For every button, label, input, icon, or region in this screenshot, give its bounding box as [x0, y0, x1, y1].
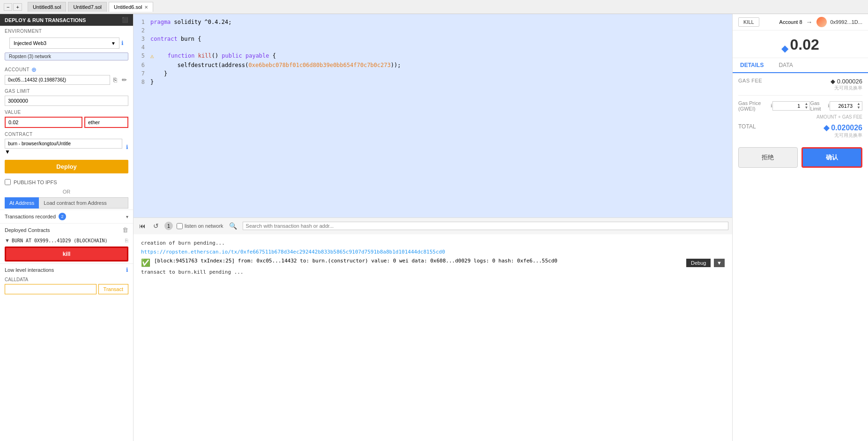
bottom-bar: ⏮ ↺ 1 listen on network 🔍 — [134, 217, 732, 234]
count-badge: 1 — [164, 222, 173, 230]
gas-limit-down[interactable]: ▼ — [856, 106, 861, 110]
gas-price-spinner: ▲ ▼ — [803, 102, 809, 110]
calldata-label: CALLDATA — [0, 276, 133, 283]
value-row: wei gwei finney ether — [0, 116, 133, 129]
load-contract-button[interactable]: Load contract from Address — [39, 197, 128, 209]
gas-fee-label: GAS FEE — [738, 78, 762, 83]
debug-area: Debug ▼ — [686, 259, 725, 267]
gas-price-row: Gas Price (GWEI) ℹ ▲ ▼ Gas Limit ℹ ▲ ▼ — [733, 98, 868, 113]
info-icon[interactable]: ℹ — [121, 40, 124, 46]
network-badge: Ropsten (3) network — [5, 52, 128, 60]
confirm-button[interactable]: 确认 — [801, 147, 863, 168]
transact-button[interactable]: Transact — [98, 284, 128, 294]
total-label: TOTAL — [738, 123, 756, 130]
gas-price-down[interactable]: ▼ — [803, 106, 809, 110]
metamask-actions: 拒绝 确认 — [733, 142, 868, 173]
search-input[interactable] — [246, 223, 725, 229]
console-creation-msg: creation of burn pending... — [141, 240, 725, 246]
code-line: 6 selfdestruct(address(0xe6bebc078bf01c0… — [135, 61, 730, 69]
divider — [738, 95, 862, 96]
success-icon: ✅ — [141, 258, 150, 267]
contract-instance-name: BURN AT 0X999...41D29 (BLOCKCHAIN) — [12, 238, 108, 243]
gas-fee-value: ◆ 0.000026 无可用兑换率 — [831, 78, 862, 91]
publish-label: PUBLISH TO IPFS — [14, 179, 57, 185]
console-tx-link[interactable]: https://ropsten.etherscan.io/tx/0xfe6675… — [141, 249, 725, 255]
amount-fee-label: AMOUNT + GAS FEE — [733, 113, 868, 120]
collapse-icon[interactable]: ▼ — [5, 238, 10, 243]
value-unit-select[interactable]: wei gwei finney ether — [85, 118, 127, 127]
environment-label: ENVIRONMENT — [0, 26, 133, 35]
console-success-row: ✅ [block:9451763 txIndex:25] from: 0xc05… — [141, 258, 725, 267]
metamask-panel: KILL Account 8 → 0x9992...1D... ◆ 0.02 D… — [732, 14, 868, 441]
account-select[interactable]: 0xc05...14432 (0.1988736ξ) — [5, 75, 110, 85]
chevron-icon: ▾ — [126, 214, 128, 219]
top-bar: − + Untitled8.sol Untitled7.sol Untitled… — [0, 0, 868, 14]
trash-icon[interactable]: 🗑 — [122, 226, 128, 233]
code-line: 1pragma solidity ^0.4.24; — [135, 18, 730, 26]
reject-button[interactable]: 拒绝 — [738, 147, 798, 168]
environment-select[interactable]: Injected Web3 — [9, 37, 119, 49]
avatar — [816, 17, 827, 27]
contract-info-icon[interactable]: ℹ — [126, 144, 128, 150]
listen-network-label: listen on network — [177, 223, 223, 229]
panel-icon[interactable]: ⬛ — [122, 17, 128, 23]
metamask-tabs: DETAILS DATA — [733, 58, 868, 73]
deploy-button[interactable]: Deploy — [5, 160, 128, 173]
transaction-amount: ◆ 0.02 — [733, 30, 868, 58]
chevron-down-icon: ▼ — [5, 149, 10, 155]
code-editor[interactable]: 1pragma solidity ^0.4.24; 2 3contract bu… — [134, 14, 732, 217]
panel-header: DEPLOY & RUN TRANSACTIONS ⬛ — [0, 14, 133, 26]
at-address-button[interactable]: At Address — [5, 197, 39, 209]
code-line: 8} — [135, 78, 730, 86]
gas-limit-input[interactable] — [5, 96, 128, 106]
copy-account-button[interactable]: ⎘ — [112, 76, 119, 84]
debug-button[interactable]: Debug — [686, 259, 711, 267]
calldata-input[interactable] — [5, 284, 96, 294]
tab-untitled8[interactable]: Untitled8.sol — [28, 2, 67, 12]
or-divider: OR — [0, 187, 133, 196]
kill-top-button[interactable]: KILL — [738, 17, 759, 27]
gas-limit-spinner: ▲ ▼ — [856, 102, 861, 110]
deployed-contracts-label: Deployed Contracts — [5, 227, 50, 233]
tab-data[interactable]: DATA — [771, 58, 800, 73]
tab-details[interactable]: DETAILS — [733, 58, 771, 73]
left-panel: DEPLOY & RUN TRANSACTIONS ⬛ ENVIRONMENT … — [0, 14, 134, 441]
listen-network-checkbox[interactable] — [177, 223, 183, 229]
zoom-in-button[interactable]: + — [13, 3, 22, 11]
refresh-button[interactable]: ↺ — [151, 221, 161, 231]
add-account-icon[interactable]: ⊕ — [31, 66, 37, 73]
zoom-out-button[interactable]: − — [4, 3, 12, 11]
code-line: 7 } — [135, 69, 730, 78]
amount-value: 0.02 — [790, 36, 819, 53]
calldata-row: Transact — [0, 283, 133, 295]
tab-untitled6[interactable]: Untitled6.sol ✕ — [109, 2, 153, 12]
debug-expand-button[interactable]: ▼ — [714, 259, 725, 267]
contract-select[interactable]: burn - browser/kongtou/Untitle — [5, 139, 122, 149]
tab-untitled7[interactable]: Untitled7.sol — [68, 2, 107, 12]
code-line: 4 — [135, 43, 730, 52]
kill-button[interactable]: kill — [5, 247, 128, 262]
deployed-contracts-row[interactable]: Deployed Contracts 🗑 — [0, 223, 133, 236]
code-line: 2 — [135, 26, 730, 35]
transactions-badge: 2 — [59, 213, 66, 220]
low-level-info-icon[interactable]: ℹ — [126, 267, 128, 273]
account-label: ACCOUNT ⊕ — [0, 63, 133, 74]
close-icon[interactable]: ✕ — [144, 5, 148, 10]
value-input[interactable] — [6, 118, 82, 127]
gas-fee-row: GAS FEE ◆ 0.000026 无可用兑换率 — [733, 73, 868, 92]
search-icon[interactable]: 🔍 — [227, 221, 239, 231]
contract-instance-row: ▼ BURN AT 0X999...41D29 (BLOCKCHAIN) ⎘ — [0, 236, 133, 245]
publish-checkbox[interactable] — [5, 179, 11, 185]
transactions-label: Transactions recorded 2 — [5, 213, 66, 220]
edit-account-button[interactable]: ✏ — [120, 76, 128, 84]
etherscan-link[interactable]: https://ropsten.etherscan.io/tx/0xfe6675… — [141, 249, 445, 255]
transactions-row[interactable]: Transactions recorded 2 ▾ — [0, 209, 133, 223]
eth-icon: ◆ — [781, 43, 788, 53]
copy-contract-icon[interactable]: ⎘ — [125, 238, 128, 243]
prev-button[interactable]: ⏮ — [137, 221, 148, 231]
account-name: Account 8 — [779, 19, 802, 25]
value-label: VALUE — [0, 107, 133, 116]
metamask-header: KILL Account 8 → 0x9992...1D... — [733, 14, 868, 30]
contract-label: CONTRACT — [0, 129, 133, 138]
gas-limit-label: Gas Limit ℹ — [810, 100, 830, 112]
